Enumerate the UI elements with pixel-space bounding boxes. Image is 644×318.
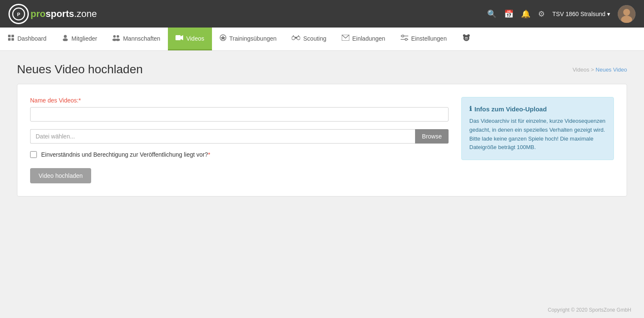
email-icon xyxy=(342,35,349,42)
svg-point-28 xyxy=(405,38,407,40)
avatar[interactable] xyxy=(618,5,636,23)
bear-icon xyxy=(462,33,471,44)
info-area: ℹ Infos zum Video-Upload Das Videoarchiv… xyxy=(461,97,614,183)
gear-icon[interactable]: ⚙ xyxy=(538,9,545,19)
svg-marker-16 xyxy=(181,35,183,40)
nav-item-mannschaften[interactable]: Mannschaften xyxy=(105,28,168,50)
info-box-title: ℹ Infos zum Video-Upload xyxy=(469,105,606,113)
file-row: Datei wählen... Browse xyxy=(30,129,449,144)
person-icon xyxy=(62,34,69,43)
nav-item-dashboard[interactable]: Dashboard xyxy=(0,28,54,50)
nav-item-einladungen[interactable]: Einladungen xyxy=(334,28,393,50)
consent-checkbox[interactable] xyxy=(30,151,37,158)
svg-point-10 xyxy=(63,38,68,41)
team-dropdown[interactable]: TSV 1860 Stralsund ▾ xyxy=(552,11,610,17)
logo-area: P prosports.zone xyxy=(8,4,97,24)
video-icon xyxy=(176,35,183,42)
logo[interactable]: P prosports.zone xyxy=(8,4,97,24)
upload-button[interactable]: Video hochladen xyxy=(30,168,91,183)
soccer-icon xyxy=(220,34,226,43)
calendar-icon[interactable]: 📅 xyxy=(504,9,513,19)
nav-item-einstellungen[interactable]: Einstellungen xyxy=(393,28,454,50)
svg-point-27 xyxy=(401,35,404,37)
footer: Copyright © 2020 SportsZone GmbH xyxy=(535,302,644,318)
nav-item-videos[interactable]: Videos xyxy=(168,28,212,50)
svg-point-34 xyxy=(466,37,467,38)
main-content: Name des Videos:* Datei wählen... Browse… xyxy=(0,84,644,213)
header-actions: 🔍 📅 🔔 ⚙ TSV 1860 Stralsund ▾ xyxy=(487,5,636,23)
binoculars-icon xyxy=(292,35,300,42)
nav-label-mannschaften: Mannschaften xyxy=(123,35,160,42)
bell-icon[interactable]: 🔔 xyxy=(521,9,530,19)
breadcrumb-separator: > xyxy=(591,66,596,73)
nav-label-einstellungen: Einstellungen xyxy=(411,35,447,42)
logo-text: prosports.zone xyxy=(31,8,97,19)
name-label: Name des Videos:* xyxy=(30,97,449,104)
svg-point-30 xyxy=(463,34,466,37)
svg-text:P: P xyxy=(17,12,20,17)
group-icon xyxy=(112,34,120,43)
svg-rect-7 xyxy=(8,38,11,41)
svg-rect-5 xyxy=(8,35,11,37)
svg-point-3 xyxy=(623,9,630,16)
main-nav: Dashboard Mitglieder Mannschaften Videos… xyxy=(0,28,644,51)
nav-item-bear[interactable] xyxy=(454,28,478,50)
browse-button[interactable]: Browse xyxy=(415,129,449,144)
svg-point-11 xyxy=(113,35,116,38)
main-header: P prosports.zone 🔍 📅 🔔 ⚙ TSV 1860 Strals… xyxy=(0,0,644,28)
consent-row: Einverständnis und Berechtigung zur Verö… xyxy=(30,151,449,158)
consent-label: Einverständnis und Berechtigung zur Verö… xyxy=(41,151,210,158)
svg-point-14 xyxy=(116,39,120,41)
nav-label-mitglieder: Mitglieder xyxy=(72,35,98,42)
nav-label-dashboard: Dashboard xyxy=(17,35,47,42)
dashboard-icon xyxy=(8,34,14,43)
svg-point-33 xyxy=(465,37,466,38)
svg-point-31 xyxy=(467,34,470,37)
upload-card: Name des Videos:* Datei wählen... Browse… xyxy=(17,84,627,196)
footer-text: Copyright © 2020 SportsZone GmbH xyxy=(548,307,631,313)
svg-point-12 xyxy=(117,35,119,38)
nav-item-scouting[interactable]: Scouting xyxy=(284,28,334,50)
svg-rect-21 xyxy=(295,37,297,39)
video-name-input[interactable] xyxy=(30,107,449,122)
svg-rect-6 xyxy=(11,35,14,37)
info-box: ℹ Infos zum Video-Upload Das Videoarchiv… xyxy=(461,97,614,160)
breadcrumb-current: Neues Video xyxy=(596,66,627,73)
svg-rect-8 xyxy=(11,38,14,41)
nav-item-mitglieder[interactable]: Mitglieder xyxy=(54,28,105,50)
file-input-label[interactable]: Datei wählen... xyxy=(30,129,415,144)
svg-rect-15 xyxy=(176,35,181,40)
nav-item-trainings[interactable]: Trainingsübungen xyxy=(212,28,284,50)
info-icon: ℹ xyxy=(469,105,472,113)
logo-icon: P xyxy=(8,4,29,24)
search-icon[interactable]: 🔍 xyxy=(487,9,496,19)
page-header: Neues Video hochladen Videos > Neues Vid… xyxy=(0,51,644,84)
sliders-icon xyxy=(401,35,408,42)
nav-label-videos: Videos xyxy=(186,35,204,42)
info-box-text: Das Videoarchiv ist für einzelne, kurze … xyxy=(469,117,606,152)
svg-point-20 xyxy=(297,36,300,40)
svg-point-19 xyxy=(292,36,295,40)
svg-marker-18 xyxy=(220,36,226,40)
svg-point-32 xyxy=(465,37,468,40)
nav-label-scouting: Scouting xyxy=(303,35,326,42)
form-area: Name des Videos:* Datei wählen... Browse… xyxy=(30,97,449,183)
svg-point-9 xyxy=(64,35,67,38)
nav-label-einladungen: Einladungen xyxy=(352,35,385,42)
page-title: Neues Video hochladen xyxy=(17,63,143,76)
nav-label-trainings: Trainingsübungen xyxy=(229,35,277,42)
breadcrumb-parent[interactable]: Videos xyxy=(572,66,589,73)
breadcrumb: Videos > Neues Video xyxy=(572,66,627,73)
